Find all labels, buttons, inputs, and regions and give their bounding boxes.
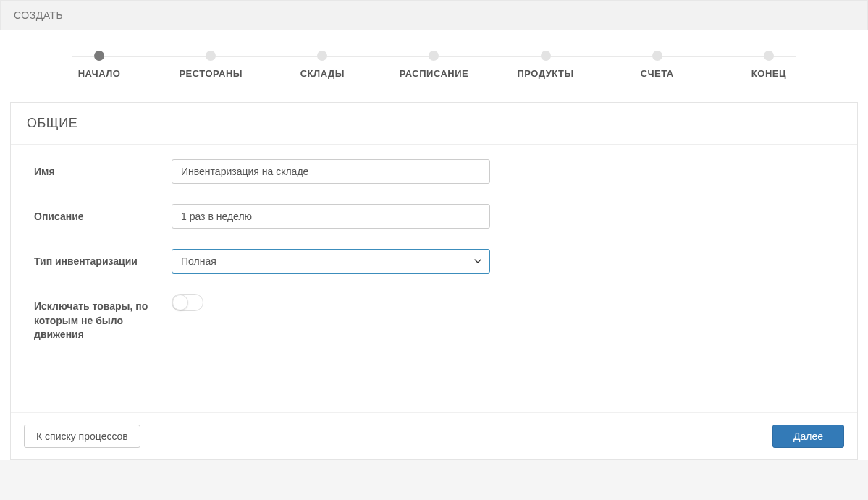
step-end[interactable]: КОНЕЦ <box>713 51 825 79</box>
name-input[interactable] <box>172 159 490 184</box>
description-input-wrap <box>172 204 490 229</box>
step-label: ПРОДУКТЫ <box>518 68 574 79</box>
exclude-label: Исключать товары, по которым не было дви… <box>34 294 172 342</box>
page-header: СОЗДАТЬ <box>0 0 868 30</box>
inventory-type-select-wrap: Полная <box>172 249 490 274</box>
exclude-toggle[interactable] <box>172 294 203 311</box>
exclude-toggle-wrap <box>172 294 490 311</box>
step-dot-icon <box>541 51 551 61</box>
step-dot-icon <box>206 51 216 61</box>
step-start[interactable]: НАЧАЛО <box>43 51 155 79</box>
step-label: СЧЕТА <box>641 68 674 79</box>
step-restaurants[interactable]: РЕСТОРАНЫ <box>155 51 266 79</box>
name-label: Имя <box>34 159 172 179</box>
general-panel: ОБЩИЕ Имя Описание Тип инвентаризации По… <box>10 102 858 460</box>
toggle-handle-icon <box>172 295 188 310</box>
step-products[interactable]: ПРОДУКТЫ <box>490 51 602 79</box>
step-label: КОНЕЦ <box>751 68 786 79</box>
step-dot-icon <box>317 51 327 61</box>
form-row-inventory-type: Тип инвентаризации Полная <box>34 249 834 274</box>
panel-footer: К списку процессов Далее <box>11 412 857 459</box>
next-button[interactable]: Далее <box>772 425 844 448</box>
panel-title: ОБЩИЕ <box>11 103 857 145</box>
step-schedule[interactable]: РАСПИСАНИЕ <box>378 51 489 79</box>
step-accounts[interactable]: СЧЕТА <box>602 51 713 79</box>
inventory-type-select[interactable]: Полная <box>172 249 490 274</box>
step-dot-icon <box>764 51 774 61</box>
inventory-type-label: Тип инвентаризации <box>34 249 172 269</box>
step-label: РАСПИСАНИЕ <box>400 68 469 79</box>
step-label: СКЛАДЫ <box>300 68 345 79</box>
panel-body: Имя Описание Тип инвентаризации Полная <box>11 145 857 412</box>
description-input[interactable] <box>172 204 490 229</box>
back-to-list-button[interactable]: К списку процессов <box>24 425 140 448</box>
description-label: Описание <box>34 204 172 224</box>
page-title: СОЗДАТЬ <box>14 9 63 21</box>
name-input-wrap <box>172 159 490 184</box>
step-dot-icon <box>652 51 662 61</box>
form-row-exclude: Исключать товары, по которым не было дви… <box>34 294 834 342</box>
wizard-stepper: НАЧАЛО РЕСТОРАНЫ СКЛАДЫ РАСПИСАНИЕ ПРОДУ… <box>0 30 868 92</box>
step-dot-icon <box>94 51 104 61</box>
step-label: НАЧАЛО <box>78 68 121 79</box>
content-wrap: НАЧАЛО РЕСТОРАНЫ СКЛАДЫ РАСПИСАНИЕ ПРОДУ… <box>0 30 868 460</box>
form-row-description: Описание <box>34 204 834 229</box>
step-dot-icon <box>429 51 439 61</box>
step-label: РЕСТОРАНЫ <box>179 68 243 79</box>
form-row-name: Имя <box>34 159 834 184</box>
step-warehouses[interactable]: СКЛАДЫ <box>266 51 378 79</box>
